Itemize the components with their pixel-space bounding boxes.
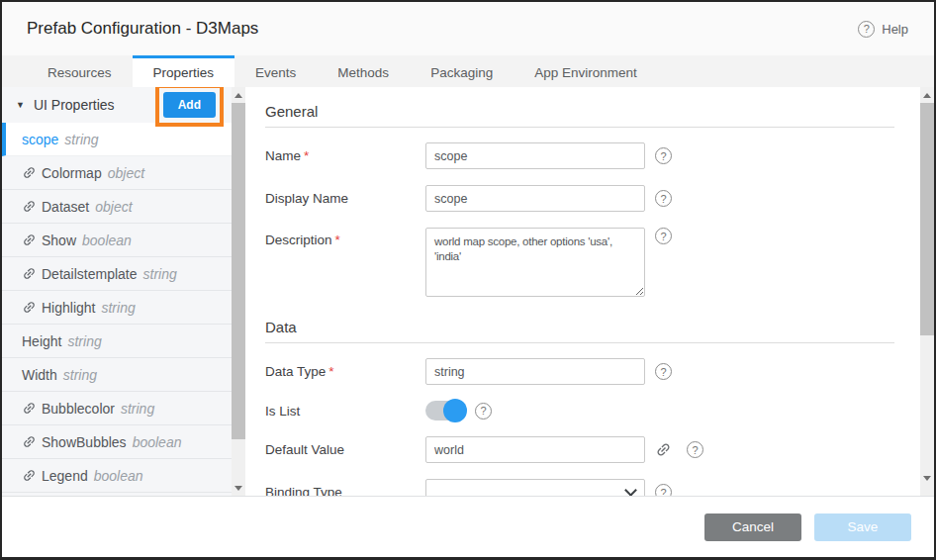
property-item-bubblecolor[interactable]: Bubblecolorstring [2,392,232,425]
field-label-text: Name [265,148,301,163]
help-icon[interactable]: ? [655,190,672,207]
property-item-width[interactable]: Widthstring [2,358,232,392]
property-name: Dataset [42,199,89,215]
field-control: ? [425,401,492,420]
property-type: object [95,199,132,215]
property-type: string [121,401,154,417]
ui-properties-header: ▼ UI Properties Add [2,87,232,123]
property-item-dataset[interactable]: Datasetobject [2,190,232,224]
help-button[interactable]: ? Help [858,21,908,38]
help-icon: ? [858,21,875,38]
field-label: Name* [265,148,425,163]
cancel-button[interactable]: Cancel [704,513,801,541]
field-control: ? [425,479,672,496]
form-row-default-value: Default Value ? [265,436,894,463]
property-name: Width [22,367,57,383]
ui-properties-label: UI Properties [34,97,163,113]
field-label-text: Default Value [265,442,344,457]
property-item-highlight[interactable]: Highlightstring [2,291,232,325]
property-item-showbubbles[interactable]: ShowBubblesboolean [2,425,232,459]
section-title-data: Data [265,313,894,343]
property-type: object [108,165,144,181]
scroll-up-icon[interactable] [232,87,245,103]
field-label: Binding Type [265,485,425,496]
display-name-input[interactable] [425,185,645,212]
is-list-toggle[interactable] [425,401,465,420]
property-item-show[interactable]: Showboolean [2,224,232,257]
help-icon[interactable]: ? [655,228,672,244]
property-list: scopestring Colormapobject Datasetobject… [2,123,232,496]
field-control: ? [425,185,672,212]
property-name: ShowBubbles [42,434,127,450]
property-item-height[interactable]: Heightstring [2,325,232,358]
field-label-text: Binding Type [265,485,342,496]
caret-down-icon[interactable]: ▼ [16,100,25,110]
tab-app-environment[interactable]: App Environment [514,55,658,87]
binding-type-select[interactable] [425,479,645,496]
help-icon[interactable]: ? [475,403,492,420]
main-scrollbar[interactable] [920,87,934,496]
data-type-input[interactable] [425,358,645,385]
link-icon [19,196,40,217]
help-icon[interactable]: ? [655,147,672,164]
main-scrollbar-thumb[interactable] [920,103,934,335]
help-icon[interactable]: ? [655,363,672,380]
name-input[interactable] [425,142,645,169]
form-row-binding-type: Binding Type? [265,479,894,496]
property-type: boolean [133,434,182,450]
required-asterisk: * [328,364,333,379]
link-icon [19,297,40,318]
description-textarea[interactable]: world map scope, other options 'usa', 'i… [425,228,645,297]
property-name: Detailstemplate [42,266,138,282]
sidebar-scrollbar[interactable] [232,87,245,496]
property-name: scope [22,132,58,147]
form-row-name: Name*? [265,142,894,169]
field-label: Description* [265,228,425,247]
tab-events[interactable]: Events [234,55,317,87]
field-control: ? [425,436,703,463]
sidebar-scrollbar-thumb[interactable] [232,103,245,439]
form-row-data-type: Data Type*? [265,358,894,385]
property-type: boolean [94,468,143,484]
add-button[interactable]: Add [163,92,216,118]
tab-bar: ResourcesPropertiesEventsMethodsPackagin… [2,55,934,87]
help-icon[interactable]: ? [687,441,703,458]
help-icon[interactable]: ? [655,484,672,496]
sidebar-panel: ▼ UI Properties Add scopestring Colormap… [2,87,232,496]
property-item-legend[interactable]: Legendboolean [2,459,232,493]
dialog-title: Prefab Configuration - D3Maps [27,19,258,39]
form-row-display-name: Display Name? [265,185,894,212]
property-item-detailstemplate[interactable]: Detailstemplatestring [2,257,232,291]
field-label: Display Name [265,191,425,206]
tab-packaging[interactable]: Packaging [410,55,514,87]
scroll-down-icon[interactable] [232,480,245,496]
property-type: boolean [82,233,132,248]
dialog-header: Prefab Configuration - D3Maps ? Help [2,2,934,55]
property-item-scope[interactable]: scopestring [2,123,232,156]
dialog-footer: Cancel Save [2,497,934,557]
tab-properties[interactable]: Properties [133,55,235,87]
property-name: Bubblecolor [42,401,115,417]
section-title-general: General [265,97,894,128]
property-type: string [101,300,135,316]
property-name: Legend [42,468,88,484]
field-label: Is List [265,404,425,419]
field-label: Default Value [265,442,425,457]
scroll-up-icon[interactable] [920,87,934,103]
required-asterisk: * [335,233,340,247]
tab-methods[interactable]: Methods [317,55,410,87]
scroll-down-icon[interactable] [920,470,934,486]
save-button[interactable]: Save [814,513,911,541]
property-item-colormap[interactable]: Colormapobject [2,156,232,190]
toggle-knob [443,399,467,422]
field-label: Data Type* [265,364,425,379]
add-button-wrapper: Add [163,92,216,118]
bind-link-icon[interactable] [651,437,675,461]
property-name: Show [42,233,76,248]
tab-resources[interactable]: Resources [27,55,133,87]
default-value-input[interactable] [425,436,645,463]
property-name: Highlight [42,300,95,316]
prefab-configuration-dialog: Prefab Configuration - D3Maps ? Help Res… [0,0,936,560]
field-control: ? [425,142,672,169]
property-type: string [67,333,101,349]
